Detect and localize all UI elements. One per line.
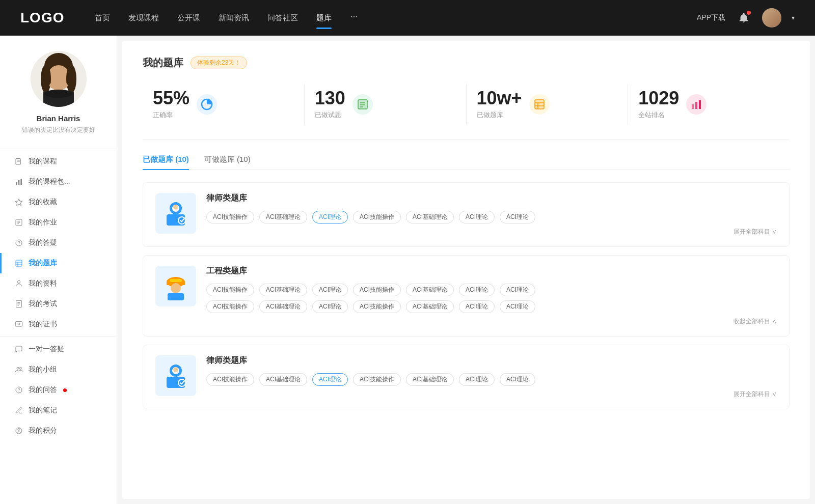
tag-3-1[interactable]: ACI技能操作 <box>206 373 254 386</box>
tag-3-3[interactable]: ACI理论 <box>312 373 348 386</box>
tag-1-2[interactable]: ACI基础理论 <box>259 211 307 223</box>
bank-tags-engineer-row2: ACI技能操作 ACI基础理论 ACI理论 ACI技能操作 ACI基础理论 AC… <box>206 300 777 313</box>
bank-title-lawyer-1: 律师类题库 <box>206 193 777 204</box>
sidebar-item-notes[interactable]: 我的笔记 <box>0 400 117 421</box>
nav-more[interactable]: ··· <box>350 11 358 25</box>
nav-news[interactable]: 新闻资讯 <box>219 11 249 25</box>
nav-opencourse[interactable]: 公开课 <box>177 11 200 25</box>
lawyer-avatar-icon-2 <box>161 361 190 390</box>
bank-expand-lawyer-1[interactable]: 展开全部科目 ∨ <box>206 228 777 236</box>
bank-expand-lawyer-2[interactable]: 展开全部科目 ∨ <box>206 390 777 399</box>
tag-3-2[interactable]: ACI基础理论 <box>259 373 307 386</box>
bank-expand-engineer[interactable]: 收起全部科目 ∧ <box>206 317 777 326</box>
tag-1-4[interactable]: ACI技能操作 <box>353 211 401 223</box>
tag-2-11[interactable]: ACI技能操作 <box>353 300 401 313</box>
tag-2-1[interactable]: ACI技能操作 <box>206 284 254 296</box>
stats-row: 55% 正确率 130 已做试题 <box>143 84 790 139</box>
tag-2-8[interactable]: ACI技能操作 <box>206 300 254 313</box>
stat-banks-value: 10w+ <box>477 89 522 107</box>
tag-2-13[interactable]: ACI理论 <box>459 300 495 313</box>
nav-home[interactable]: 首页 <box>95 11 110 25</box>
stat-accuracy-value: 55% <box>153 89 189 107</box>
stat-done-banks-text: 10w+ 已做题库 <box>477 89 522 120</box>
tag-2-2[interactable]: ACI基础理论 <box>259 284 307 296</box>
engineer-avatar-icon <box>161 272 190 300</box>
tag-1-5[interactable]: ACI基础理论 <box>406 211 454 223</box>
sidebar-label-course-package: 我的课程包... <box>29 177 70 186</box>
tag-2-14[interactable]: ACI理论 <box>500 300 535 313</box>
stat-done-questions: 130 已做试题 <box>305 84 467 125</box>
bank-body-lawyer-1: 律师类题库 ACI技能操作 ACI基础理论 ACI理论 ACI技能操作 ACI基… <box>206 193 777 236</box>
svg-rect-51 <box>692 104 694 109</box>
sidebar-label-certificate: 我的证书 <box>29 320 57 329</box>
sidebar-item-course-package[interactable]: 我的课程包... <box>0 172 117 192</box>
nav-qa[interactable]: 问答社区 <box>267 11 298 25</box>
notes-icon <box>14 406 23 415</box>
nav-chevron-down-icon[interactable]: ▾ <box>792 14 795 21</box>
sidebar-item-my-profile[interactable]: 我的资料 <box>0 273 117 294</box>
svg-rect-46 <box>535 100 544 109</box>
tag-1-6[interactable]: ACI理论 <box>459 211 495 223</box>
document-icon <box>14 157 23 166</box>
sidebar-label-notes: 我的笔记 <box>29 406 57 415</box>
tag-1-7[interactable]: ACI理论 <box>500 211 535 223</box>
sidebar-menu: 我的课程 我的课程包... 我的收藏 我的作业 <box>0 151 117 441</box>
tag-2-12[interactable]: ACI基础理论 <box>406 300 454 313</box>
svg-point-33 <box>18 323 20 325</box>
bank-tags-lawyer-2: ACI技能操作 ACI基础理论 ACI理论 ACI技能操作 ACI基础理论 AC… <box>206 373 777 386</box>
nav-avatar[interactable] <box>762 8 781 27</box>
tag-2-3[interactable]: ACI理论 <box>312 284 348 296</box>
bank-icon-engineer <box>155 266 196 306</box>
svg-point-8 <box>49 81 68 90</box>
certificate-icon <box>14 320 23 329</box>
sidebar-item-points[interactable]: 我的积分 <box>0 421 117 441</box>
sidebar: Brian Harris 错误的决定比没有决定要好 我的课程 我的课程包... <box>0 36 117 504</box>
chat-icon <box>14 345 23 354</box>
tag-2-5[interactable]: ACI基础理论 <box>406 284 454 296</box>
lawyer-avatar-icon <box>161 199 190 228</box>
sidebar-label-my-profile: 我的资料 <box>29 279 57 288</box>
sidebar-item-one-on-one[interactable]: 一对一答疑 <box>0 339 117 359</box>
ranking-icon <box>690 98 702 110</box>
tab-available-banks[interactable]: 可做题库 (10) <box>204 155 251 170</box>
tag-3-7[interactable]: ACI理论 <box>500 373 535 386</box>
tab-done-banks[interactable]: 已做题库 (10) <box>143 155 189 170</box>
sidebar-item-my-exam[interactable]: 我的考试 <box>0 294 117 314</box>
sidebar-item-question-bank[interactable]: 我的题库 <box>0 253 117 273</box>
tag-3-4[interactable]: ACI技能操作 <box>353 373 401 386</box>
tabs-row: 已做题库 (10) 可做题库 (10) <box>143 155 790 170</box>
sidebar-item-my-group[interactable]: 我的小组 <box>0 359 117 380</box>
tag-1-1[interactable]: ACI技能操作 <box>206 211 254 223</box>
tag-3-6[interactable]: ACI理论 <box>459 373 495 386</box>
tag-2-6[interactable]: ACI理论 <box>459 284 495 296</box>
sidebar-label-question-bank: 我的题库 <box>29 259 57 268</box>
nav-bell-button[interactable] <box>736 10 752 26</box>
nav-discover[interactable]: 发现课程 <box>128 11 159 25</box>
tag-1-3[interactable]: ACI理论 <box>312 211 348 223</box>
sidebar-item-my-course[interactable]: 我的课程 <box>0 151 117 172</box>
sidebar-item-my-questions[interactable]: ? 我的问答 <box>0 380 117 400</box>
nav-question-bank[interactable]: 题库 <box>316 11 332 25</box>
svg-point-59 <box>179 217 185 223</box>
sidebar-item-certificate[interactable]: 我的证书 <box>0 314 117 334</box>
sidebar-item-favorites[interactable]: 我的收藏 <box>0 192 117 212</box>
bank-icon-lawyer-1 <box>155 193 196 234</box>
tag-3-5[interactable]: ACI基础理论 <box>406 373 454 386</box>
nav-app-download[interactable]: APP下载 <box>697 13 725 22</box>
bank-icon <box>533 98 546 110</box>
sidebar-item-my-qa[interactable]: ? 我的答疑 <box>0 233 117 253</box>
svg-point-7 <box>44 90 73 98</box>
svg-rect-41 <box>358 100 367 109</box>
tag-2-9[interactable]: ACI基础理论 <box>259 300 307 313</box>
bank-tags-lawyer-1: ACI技能操作 ACI基础理论 ACI理论 ACI技能操作 ACI基础理论 AC… <box>206 211 777 223</box>
stat-done-value: 130 <box>315 89 345 107</box>
navbar: LOGO 首页 发现课程 公开课 新闻资讯 问答社区 题库 ··· APP下载 … <box>0 0 815 36</box>
list-check-icon <box>357 98 369 110</box>
tag-2-7[interactable]: ACI理论 <box>500 284 535 296</box>
sidebar-divider-2 <box>0 337 117 337</box>
sidebar-item-homework[interactable]: 我的作业 <box>0 212 117 233</box>
tag-2-4[interactable]: ACI技能操作 <box>353 284 401 296</box>
sidebar-label-my-questions: 我的问答 <box>29 385 57 395</box>
tag-2-10[interactable]: ACI理论 <box>312 300 348 313</box>
svg-point-27 <box>17 281 20 283</box>
